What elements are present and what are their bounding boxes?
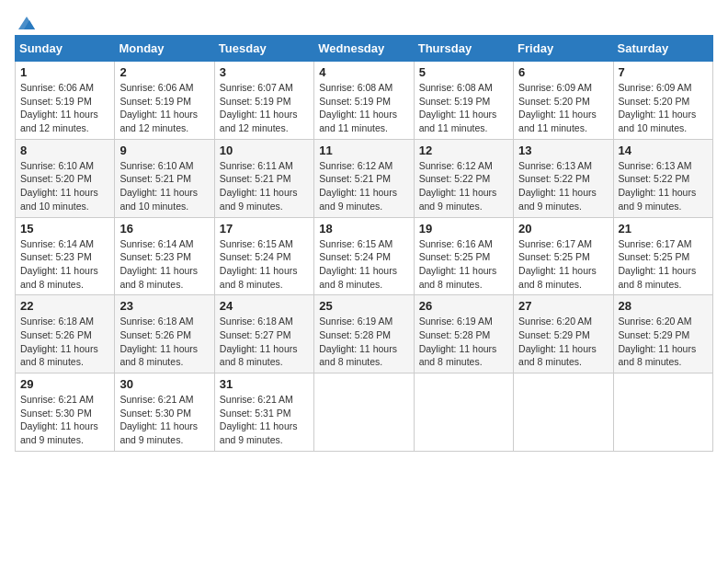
calendar-week-row: 1 Sunrise: 6:06 AMSunset: 5:19 PMDayligh…: [16, 62, 713, 140]
day-number: 15: [20, 222, 109, 236]
day-number: 22: [20, 299, 109, 313]
day-number: 24: [220, 299, 309, 313]
day-number: 1: [20, 65, 109, 79]
calendar-cell: 7 Sunrise: 6:09 AMSunset: 5:20 PMDayligh…: [613, 62, 712, 140]
day-header-tuesday: Tuesday: [214, 36, 313, 62]
day-number: 26: [419, 299, 508, 313]
calendar-cell: 8 Sunrise: 6:10 AMSunset: 5:20 PMDayligh…: [16, 139, 115, 217]
calendar-cell: 19 Sunrise: 6:16 AMSunset: 5:25 PMDaylig…: [414, 217, 513, 295]
day-number: 13: [518, 144, 608, 157]
logo-icon: [17, 15, 37, 31]
day-number: 30: [119, 377, 209, 391]
calendar-week-row: 8 Sunrise: 6:10 AMSunset: 5:20 PMDayligh…: [16, 139, 713, 217]
logo: [15, 15, 37, 28]
day-info: Sunrise: 6:13 AMSunset: 5:22 PMDaylight:…: [619, 160, 697, 212]
calendar-cell: 6 Sunrise: 6:09 AMSunset: 5:20 PMDayligh…: [514, 62, 613, 140]
day-info: Sunrise: 6:08 AMSunset: 5:19 PMDaylight:…: [319, 82, 397, 133]
calendar-header-row: SundayMondayTuesdayWednesdayThursdayFrid…: [16, 36, 713, 62]
day-info: Sunrise: 6:12 AMSunset: 5:21 PMDaylight:…: [319, 160, 397, 212]
calendar-cell: [414, 373, 513, 452]
calendar-cell: 3 Sunrise: 6:07 AMSunset: 5:19 PMDayligh…: [214, 62, 313, 140]
calendar-cell: 22 Sunrise: 6:18 AMSunset: 5:26 PMDaylig…: [16, 295, 115, 373]
day-info: Sunrise: 6:10 AMSunset: 5:21 PMDaylight:…: [119, 160, 198, 212]
day-number: 12: [419, 144, 508, 157]
day-number: 23: [119, 299, 209, 313]
day-number: 2: [119, 65, 209, 79]
day-info: Sunrise: 6:16 AMSunset: 5:25 PMDaylight:…: [419, 238, 497, 290]
calendar-cell: 31 Sunrise: 6:21 AMSunset: 5:31 PMDaylig…: [214, 373, 313, 452]
day-number: 19: [419, 222, 508, 236]
day-number: 17: [220, 222, 309, 236]
calendar-cell: 2 Sunrise: 6:06 AMSunset: 5:19 PMDayligh…: [115, 62, 214, 140]
calendar-week-row: 15 Sunrise: 6:14 AMSunset: 5:23 PMDaylig…: [16, 217, 713, 295]
day-header-sunday: Sunday: [16, 36, 115, 62]
calendar-cell: 17 Sunrise: 6:15 AMSunset: 5:24 PMDaylig…: [214, 217, 313, 295]
calendar-cell: 1 Sunrise: 6:06 AMSunset: 5:19 PMDayligh…: [16, 62, 115, 140]
day-number: 3: [220, 65, 309, 79]
calendar-cell: 10 Sunrise: 6:11 AMSunset: 5:21 PMDaylig…: [214, 139, 313, 217]
day-info: Sunrise: 6:12 AMSunset: 5:22 PMDaylight:…: [419, 160, 497, 212]
day-info: Sunrise: 6:18 AMSunset: 5:26 PMDaylight:…: [20, 316, 98, 367]
day-info: Sunrise: 6:21 AMSunset: 5:31 PMDaylight:…: [220, 394, 298, 445]
calendar-cell: [613, 373, 712, 452]
day-info: Sunrise: 6:13 AMSunset: 5:22 PMDaylight:…: [518, 160, 597, 212]
day-header-friday: Friday: [514, 36, 613, 62]
day-number: 29: [20, 377, 109, 391]
day-info: Sunrise: 6:11 AMSunset: 5:21 PMDaylight:…: [220, 160, 298, 212]
calendar-cell: 4 Sunrise: 6:08 AMSunset: 5:19 PMDayligh…: [314, 62, 414, 140]
day-number: 9: [119, 144, 209, 157]
day-info: Sunrise: 6:09 AMSunset: 5:20 PMDaylight:…: [518, 82, 597, 133]
day-number: 31: [220, 377, 309, 391]
day-info: Sunrise: 6:17 AMSunset: 5:25 PMDaylight:…: [619, 238, 697, 290]
day-info: Sunrise: 6:21 AMSunset: 5:30 PMDaylight:…: [119, 394, 198, 445]
day-number: 20: [518, 222, 608, 236]
calendar-cell: 14 Sunrise: 6:13 AMSunset: 5:22 PMDaylig…: [613, 139, 712, 217]
day-header-saturday: Saturday: [613, 36, 712, 62]
calendar: SundayMondayTuesdayWednesdayThursdayFrid…: [15, 35, 713, 452]
day-info: Sunrise: 6:19 AMSunset: 5:28 PMDaylight:…: [419, 316, 497, 367]
calendar-cell: [514, 373, 613, 452]
day-number: 21: [619, 222, 708, 236]
day-number: 7: [619, 65, 708, 79]
calendar-cell: [314, 373, 414, 452]
day-info: Sunrise: 6:21 AMSunset: 5:30 PMDaylight:…: [20, 394, 98, 445]
day-number: 27: [518, 299, 608, 313]
day-number: 5: [419, 65, 508, 79]
calendar-cell: 18 Sunrise: 6:15 AMSunset: 5:24 PMDaylig…: [314, 217, 414, 295]
day-info: Sunrise: 6:06 AMSunset: 5:19 PMDaylight:…: [119, 82, 198, 133]
calendar-cell: 27 Sunrise: 6:20 AMSunset: 5:29 PMDaylig…: [514, 295, 613, 373]
day-info: Sunrise: 6:14 AMSunset: 5:23 PMDaylight:…: [119, 238, 198, 290]
calendar-cell: 29 Sunrise: 6:21 AMSunset: 5:30 PMDaylig…: [16, 373, 115, 452]
day-number: 10: [220, 144, 309, 157]
day-number: 6: [518, 65, 608, 79]
day-header-monday: Monday: [115, 36, 214, 62]
day-info: Sunrise: 6:15 AMSunset: 5:24 PMDaylight:…: [319, 238, 397, 290]
calendar-cell: 15 Sunrise: 6:14 AMSunset: 5:23 PMDaylig…: [16, 217, 115, 295]
day-header-wednesday: Wednesday: [314, 36, 414, 62]
day-header-thursday: Thursday: [414, 36, 513, 62]
calendar-cell: 16 Sunrise: 6:14 AMSunset: 5:23 PMDaylig…: [115, 217, 214, 295]
calendar-cell: 11 Sunrise: 6:12 AMSunset: 5:21 PMDaylig…: [314, 139, 414, 217]
day-number: 16: [119, 222, 209, 236]
day-info: Sunrise: 6:20 AMSunset: 5:29 PMDaylight:…: [518, 316, 597, 367]
calendar-cell: 28 Sunrise: 6:20 AMSunset: 5:29 PMDaylig…: [613, 295, 712, 373]
day-number: 18: [319, 222, 408, 236]
calendar-cell: 30 Sunrise: 6:21 AMSunset: 5:30 PMDaylig…: [115, 373, 214, 452]
day-info: Sunrise: 6:17 AMSunset: 5:25 PMDaylight:…: [518, 238, 597, 290]
calendar-cell: 9 Sunrise: 6:10 AMSunset: 5:21 PMDayligh…: [115, 139, 214, 217]
day-info: Sunrise: 6:18 AMSunset: 5:27 PMDaylight:…: [220, 316, 298, 367]
day-info: Sunrise: 6:07 AMSunset: 5:19 PMDaylight:…: [220, 82, 298, 133]
day-info: Sunrise: 6:18 AMSunset: 5:26 PMDaylight:…: [119, 316, 198, 367]
day-info: Sunrise: 6:20 AMSunset: 5:29 PMDaylight:…: [619, 316, 697, 367]
day-info: Sunrise: 6:10 AMSunset: 5:20 PMDaylight:…: [20, 160, 98, 212]
day-info: Sunrise: 6:14 AMSunset: 5:23 PMDaylight:…: [20, 238, 98, 290]
calendar-cell: 13 Sunrise: 6:13 AMSunset: 5:22 PMDaylig…: [514, 139, 613, 217]
header: [15, 15, 713, 28]
day-number: 11: [319, 144, 408, 157]
day-info: Sunrise: 6:08 AMSunset: 5:19 PMDaylight:…: [419, 82, 497, 133]
day-info: Sunrise: 6:06 AMSunset: 5:19 PMDaylight:…: [20, 82, 98, 133]
calendar-cell: 21 Sunrise: 6:17 AMSunset: 5:25 PMDaylig…: [613, 217, 712, 295]
day-number: 14: [619, 144, 708, 157]
day-number: 25: [319, 299, 408, 313]
day-number: 8: [20, 144, 109, 157]
